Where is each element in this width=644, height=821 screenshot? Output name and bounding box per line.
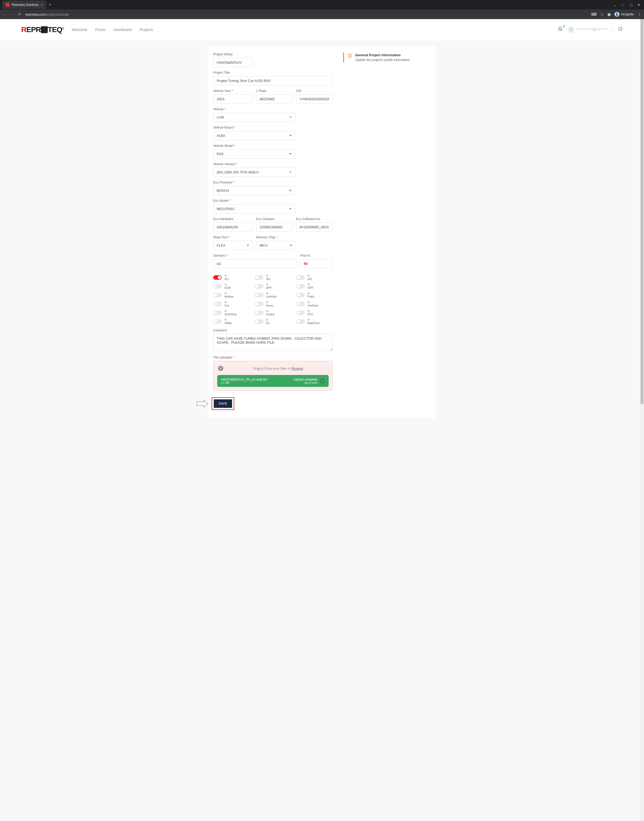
service-toggle-dtc[interactable]: ⚙DTC	[296, 309, 333, 316]
nav-prices[interactable]: Prices	[95, 28, 106, 32]
scrollbar-thumb[interactable]	[641, 19, 644, 404]
toggle[interactable]	[255, 311, 264, 315]
service-toggle-st1[interactable]: ⚙St1	[213, 274, 250, 281]
minimize-icon[interactable]: —	[621, 3, 625, 7]
service-toggle-cut[interactable]: ⚙Cut	[213, 301, 250, 307]
service-toggle-st2[interactable]: ⚙St2	[255, 274, 291, 281]
ecu-software-act-input[interactable]	[296, 222, 333, 232]
service-toggle-adblue[interactable]: ⚙Adblue	[213, 292, 250, 298]
label-project-idkey: Project IDKey	[213, 52, 253, 56]
logout-button[interactable]	[618, 26, 623, 33]
comment-textarea[interactable]	[213, 334, 333, 351]
toggle[interactable]	[255, 302, 264, 306]
toggle[interactable]	[213, 319, 222, 324]
service-toggle-dpf[interactable]: ⚙DPF	[255, 283, 291, 289]
logo[interactable]: REPRTEQ®	[21, 26, 64, 34]
service-toggle-gpf[interactable]: ⚙GPF	[296, 283, 333, 289]
service-toggle-egr[interactable]: ⚙EGR	[213, 283, 250, 289]
scrollbar[interactable]	[640, 19, 644, 821]
close-window-icon[interactable]: ✕	[637, 3, 640, 7]
label-memory-chip: Memory Chip *	[256, 236, 296, 239]
service-toggle-startstop[interactable]: ⚙StartStop	[213, 309, 250, 316]
ecu-model-select[interactable]: MD1CP001	[213, 204, 296, 213]
toggle[interactable]	[296, 275, 305, 280]
nav-welcome[interactable]: Welcome	[72, 28, 87, 32]
vin-input[interactable]	[296, 94, 333, 104]
back-button[interactable]: ←	[3, 12, 7, 17]
toggle[interactable]	[213, 275, 222, 280]
address-bar[interactable]: reproteq.com/projects/create	[25, 12, 587, 17]
nav-dashboard[interactable]: Dashboard	[113, 28, 132, 32]
extensions-icon[interactable]: ▣	[607, 12, 611, 17]
chevron-down-icon[interactable]: ⌄	[613, 3, 616, 7]
translate-icon[interactable]: ⌨	[591, 12, 596, 17]
browser-tab[interactable]: Reproteq Solutions ×	[2, 0, 46, 9]
user-menu[interactable]: T ************@*****.*** ⌄	[568, 26, 613, 33]
vehicle-version-select[interactable]: (8V) 2500 20V TFSI 400CV	[213, 168, 296, 177]
label-read-tool: Read Tool *	[213, 236, 253, 239]
maximize-icon[interactable]: ▢	[629, 3, 633, 7]
browse-link[interactable]: Browse	[292, 366, 303, 371]
svg-rect-0	[219, 367, 222, 370]
vehicle-select[interactable]: CAR	[213, 113, 296, 122]
price-input[interactable]	[300, 259, 333, 268]
ecu-producer-select[interactable]: BOSCH	[213, 186, 296, 195]
ecu-hardware-input[interactable]	[213, 222, 253, 232]
toggle[interactable]	[255, 275, 264, 280]
ecu-software-input[interactable]	[256, 222, 293, 232]
toggle[interactable]	[296, 311, 305, 315]
svg-rect-1	[220, 368, 222, 369]
notifications-button[interactable]: 0	[558, 26, 563, 33]
nav-projects[interactable]: Projects	[140, 28, 153, 32]
toggle[interactable]	[255, 293, 264, 297]
kebab-menu-icon[interactable]: ⋮	[638, 12, 641, 17]
uploaded-file-chip: m5xGNp9ZtVuV_Ori_ori audi.bin 2.1 MB Upl…	[217, 375, 329, 387]
toggle[interactable]	[213, 311, 222, 315]
toggle[interactable]	[255, 284, 264, 288]
toggle[interactable]	[296, 284, 305, 288]
toggle[interactable]	[296, 293, 305, 297]
read-tool-select[interactable]: FLEX	[213, 241, 253, 250]
remove-file-button[interactable]: ×	[320, 379, 325, 383]
lplate-input[interactable]	[256, 94, 293, 104]
vehicle-brand-select[interactable]: AUDI	[213, 131, 296, 140]
vehicle-year-input[interactable]	[213, 94, 253, 104]
project-idkey-input[interactable]	[213, 58, 253, 67]
toggle[interactable]	[296, 319, 305, 324]
forward-button[interactable]: →	[10, 12, 14, 17]
service-toggle-lambda[interactable]: ⚙Lambda	[255, 292, 291, 298]
service-toggle-pops[interactable]: ⚙Pops	[296, 292, 333, 298]
service-toggle-vmax[interactable]: ⚙VMax	[213, 318, 250, 325]
service-toggle-torque[interactable]: ⚙Torque	[255, 309, 291, 316]
label-vehicle-model: Vehicle Model *	[213, 144, 296, 148]
toggle[interactable]	[255, 319, 264, 324]
service-toggle-st3[interactable]: ⚙St3	[296, 274, 333, 281]
reload-button[interactable]: ⟳	[18, 12, 21, 17]
close-tab-icon[interactable]: ×	[41, 3, 43, 7]
label-ecu-model: Ecu Model *	[213, 199, 296, 202]
project-title-input[interactable]	[213, 76, 333, 86]
toggle[interactable]	[213, 302, 222, 306]
service-toggle-hotstart[interactable]: ⚙HotStart	[296, 301, 333, 307]
label-vehicle-brand: Vehicle Brand *	[213, 126, 296, 129]
label-ecu-hardware: Ecu Hardware	[213, 217, 253, 221]
vehicle-model-select[interactable]: RS3	[213, 149, 296, 159]
info-box: General Project information Update the p…	[343, 52, 431, 62]
new-tab-button[interactable]: +	[49, 2, 51, 7]
save-button[interactable]: SAVE	[214, 399, 232, 408]
service-toggle-ori[interactable]: ⚙Ori	[255, 318, 291, 325]
file-uploader[interactable]: Drag & Drop your files or Browse m5xGNp9…	[213, 361, 333, 391]
memory-chip-select[interactable]: MCU	[256, 241, 296, 250]
label-vehicle-year: Vehicle Year *	[213, 89, 253, 93]
toggle[interactable]	[296, 302, 305, 306]
services-input[interactable]	[213, 259, 297, 268]
tab-favicon	[5, 3, 9, 7]
service-toggle-mappack[interactable]: ⚙MapPack	[296, 318, 333, 325]
service-toggle-immo[interactable]: ⚙Immo	[255, 301, 291, 307]
bookmark-icon[interactable]: ☆	[600, 12, 604, 17]
label-price: Price €	[300, 254, 333, 257]
toggle[interactable]	[213, 284, 222, 288]
toggle[interactable]	[213, 293, 222, 297]
save-highlight: SAVE	[212, 397, 234, 410]
file-name: m5xGNp9ZtVuV_Ori_ori audi.bin	[221, 378, 267, 381]
